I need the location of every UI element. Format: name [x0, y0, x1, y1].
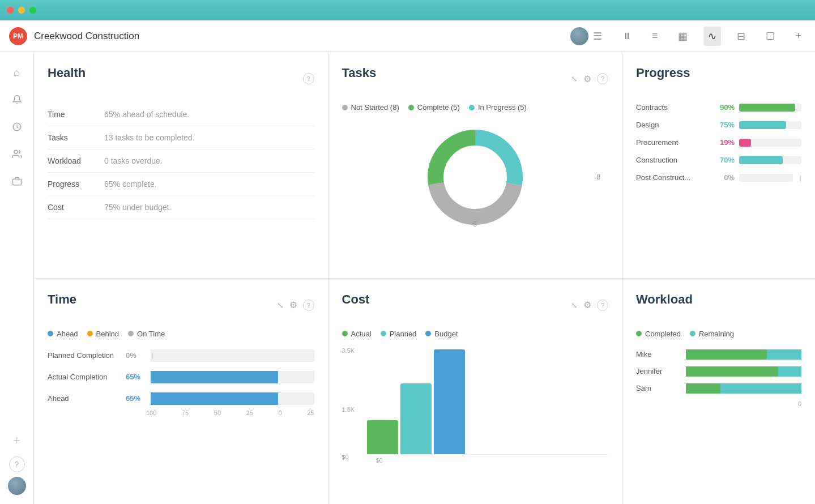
health-panel: Health ? Time 65% ahead of schedule. Tas… [34, 52, 328, 278]
sidebar: ⌂ + [0, 52, 34, 504]
workload-panel: Workload CompletedRemaining Mike Jennife… [622, 279, 815, 505]
progress-row-label: Design [636, 121, 710, 129]
legend-label: Ahead [57, 330, 78, 338]
progress-bar-fill [739, 156, 783, 164]
tasks-header: Tasks ⤡ ⚙ ? [342, 66, 609, 92]
time-bar-row: Planned Completion 0% | [48, 349, 314, 362]
sidebar-item-portfolio[interactable] [6, 170, 28, 193]
legend-dot [342, 331, 348, 336]
workload-row: Jennifer [636, 366, 801, 377]
legend-dot [342, 105, 348, 110]
sidebar-item-team[interactable] [6, 143, 28, 165]
maximize-button[interactable] [29, 7, 36, 14]
progress-rows: Contracts 90% Design 75% Procurement 19%… [636, 103, 801, 182]
health-row-label: Progress [48, 180, 104, 189]
svg-rect-2 [12, 179, 21, 185]
workload-remaining-bar [767, 349, 801, 360]
bar-chart-icon[interactable]: ⏸ [618, 28, 636, 45]
workload-axis-label: 0 [798, 400, 801, 407]
list-icon[interactable]: ☰ [588, 27, 607, 46]
workload-remaining-bar [720, 383, 801, 394]
user-avatar[interactable] [8, 477, 26, 495]
workload-completed-bar [686, 349, 767, 360]
time-panel: Time ⤡ ⚙ ? AheadBehindOn Time Planned Co… [34, 279, 328, 505]
close-button[interactable] [7, 7, 14, 14]
time-bar-pct: 65% [126, 394, 146, 403]
progress-panel: Progress Contracts 90% Design 75% Procur… [622, 52, 815, 278]
legend-dot [128, 331, 134, 336]
filter-icon[interactable]: ≡ [647, 27, 663, 45]
legend-dot [636, 331, 642, 336]
sidebar-bottom: + ? [6, 429, 28, 495]
tasks-expand-icon[interactable]: ⤡ [571, 74, 578, 83]
tasks-legend: Not Started (8)Complete (5)In Progress (… [342, 103, 609, 112]
time-expand-icon[interactable]: ⤡ [277, 301, 284, 310]
axis-label: 0 [278, 409, 281, 416]
health-row: Tasks 13 tasks to be completed. [48, 126, 314, 150]
progress-row: Post Construct... 0% | [636, 173, 801, 182]
sidebar-add-project[interactable]: + [6, 429, 28, 452]
cost-panel: Cost ⤡ ⚙ ? ActualPlannedBudget 3.5K 1.8K… [328, 279, 622, 505]
progress-row-pct: 70% [714, 156, 735, 164]
progress-bar-fill [739, 139, 751, 147]
time-help-icon[interactable]: ? [303, 300, 314, 311]
time-bar-pct: 65% [126, 373, 146, 381]
axis-label: 50 [214, 409, 221, 416]
doc-icon[interactable]: ☐ [761, 27, 779, 46]
progress-bar-fill [739, 121, 786, 129]
progress-bar-bg [739, 104, 801, 112]
workload-legend: CompletedRemaining [636, 330, 801, 338]
app-layout: ⌂ + [0, 52, 815, 504]
sidebar-help[interactable]: ? [9, 456, 25, 472]
cost-x-label: $0 [376, 457, 383, 464]
time-header: Time ⤡ ⚙ ? [48, 292, 314, 318]
legend-label: Complete (5) [417, 103, 460, 112]
workload-legend-item: Remaining [690, 330, 734, 338]
cost-gear-icon[interactable]: ⚙ [583, 300, 591, 310]
minimize-button[interactable] [18, 7, 25, 14]
legend-label: Planned [390, 330, 417, 338]
time-bar-label: Planned Completion [48, 351, 121, 360]
sidebar-item-home[interactable]: ⌂ [6, 61, 28, 84]
tasks-gear-icon[interactable]: ⚙ [583, 74, 591, 84]
cost-bars [367, 347, 609, 455]
time-legend-item: On Time [128, 330, 165, 338]
time-bar-pct: 0% [126, 351, 146, 360]
progress-row-label: Procurement [636, 138, 710, 147]
donut-label-top: 5 [473, 130, 477, 138]
cost-x-axis: $0 [367, 455, 609, 464]
workload-bar-container [686, 366, 801, 377]
workload-member-name: Jennifer [636, 367, 681, 375]
cost-bar-budget [434, 349, 465, 454]
progress-row-pct: 75% [714, 121, 735, 129]
cost-bar-group [367, 349, 465, 454]
progress-row: Contracts 90% [636, 103, 801, 112]
cost-expand-icon[interactable]: ⤡ [571, 301, 578, 310]
cost-legend-item: Budget [425, 330, 458, 338]
time-title: Time [48, 292, 76, 307]
pulse-icon[interactable]: ∿ [703, 27, 721, 46]
progress-row-pct: 19% [714, 138, 735, 147]
time-legend-item: Behind [87, 330, 119, 338]
sidebar-item-time[interactable] [6, 116, 28, 138]
grid-icon[interactable]: ▦ [673, 27, 692, 46]
plus-icon[interactable]: + [791, 27, 806, 45]
tasks-help-icon[interactable]: ? [597, 73, 608, 84]
progress-row-label: Post Construct... [636, 173, 710, 182]
health-help-icon[interactable]: ? [303, 73, 314, 84]
health-row-value: 0 tasks overdue. [104, 156, 163, 165]
tasks-panel: Tasks ⤡ ⚙ ? Not Started (8)Complete (5)I… [328, 52, 622, 278]
calendar-icon[interactable]: ⊟ [732, 27, 750, 46]
workload-header: Workload [636, 292, 801, 318]
axis-label: 25 [246, 409, 253, 416]
axis-label: 25 [307, 409, 314, 416]
time-gear-icon[interactable]: ⚙ [289, 300, 297, 310]
cost-help-icon[interactable]: ? [597, 300, 608, 311]
cost-y-label-bottom: $0 [342, 454, 349, 460]
cost-actions: ⤡ ⚙ ? [571, 300, 608, 311]
progress-row-pct: 90% [714, 103, 735, 112]
sidebar-item-notifications[interactable] [6, 88, 28, 111]
health-row-label: Workload [48, 156, 104, 165]
health-row-value: 75% under budget. [104, 203, 171, 212]
health-row: Workload 0 tasks overdue. [48, 150, 314, 173]
